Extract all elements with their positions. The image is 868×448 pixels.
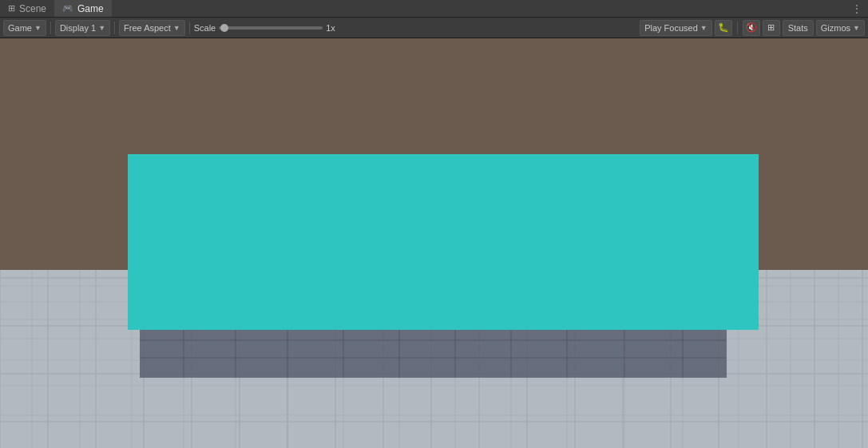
aspect-dropdown[interactable]: Free Aspect ▼ xyxy=(119,20,185,36)
tab-scene-label: Scene xyxy=(19,3,46,14)
aspect-dropdown-arrow: ▼ xyxy=(173,24,180,32)
scale-label: Scale xyxy=(194,23,216,33)
toolbar-right: Play Focused ▼ 🐛 🔇 ⊞ Stats Gizmos ▼ xyxy=(640,20,865,36)
tab-bar: ⊞ Scene 🎮 Game ⋮ xyxy=(0,0,868,18)
play-focused-label: Play Focused xyxy=(644,23,698,33)
scene-svg xyxy=(0,38,868,448)
scale-value: 1x xyxy=(326,23,335,33)
layout-button[interactable]: ⊞ xyxy=(763,20,780,36)
display-dropdown-label: Display 1 xyxy=(60,23,96,33)
more-icon: ⋮ xyxy=(852,3,862,14)
separator-4 xyxy=(737,22,738,34)
mute-button[interactable]: 🔇 xyxy=(743,20,760,36)
gizmos-arrow: ▼ xyxy=(853,24,860,32)
aspect-dropdown-label: Free Aspect xyxy=(124,23,171,33)
separator-1 xyxy=(50,22,51,34)
stats-label: Stats xyxy=(788,23,808,33)
game-dropdown-arrow: ▼ xyxy=(34,24,42,32)
display-dropdown-arrow: ▼ xyxy=(98,24,105,32)
scene-icon: ⊞ xyxy=(8,3,15,14)
game-dropdown[interactable]: Game ▼ xyxy=(3,20,46,36)
toolbar: Game ▼ Display 1 ▼ Free Aspect ▼ Scale 1… xyxy=(0,18,868,38)
play-focused-arrow: ▼ xyxy=(700,24,707,32)
play-focused-dropdown[interactable]: Play Focused ▼ xyxy=(640,20,712,36)
tab-game[interactable]: 🎮 Game xyxy=(54,0,112,17)
bug-icon-button[interactable]: 🐛 xyxy=(715,20,732,36)
scale-thumb xyxy=(220,24,228,32)
separator-3 xyxy=(189,22,190,34)
scale-area: Scale 1x xyxy=(194,23,335,33)
bug-icon: 🐛 xyxy=(718,22,729,33)
stats-button[interactable]: Stats xyxy=(783,20,814,36)
layout-icon: ⊞ xyxy=(767,22,775,33)
tab-scene[interactable]: ⊞ Scene xyxy=(0,0,54,17)
gizmos-label: Gizmos xyxy=(821,23,850,33)
game-icon: 🎮 xyxy=(62,3,73,14)
mute-icon: 🔇 xyxy=(746,22,757,33)
separator-2 xyxy=(114,22,115,34)
gizmos-dropdown[interactable]: Gizmos ▼ xyxy=(816,20,865,36)
scale-slider[interactable] xyxy=(219,26,323,30)
game-viewport xyxy=(0,38,868,448)
more-options-button[interactable]: ⋮ xyxy=(846,3,868,14)
display-dropdown[interactable]: Display 1 ▼ xyxy=(55,20,110,36)
svg-marker-28 xyxy=(140,322,727,378)
svg-marker-41 xyxy=(128,154,759,330)
tab-game-label: Game xyxy=(77,3,104,14)
game-dropdown-label: Game xyxy=(8,23,32,33)
